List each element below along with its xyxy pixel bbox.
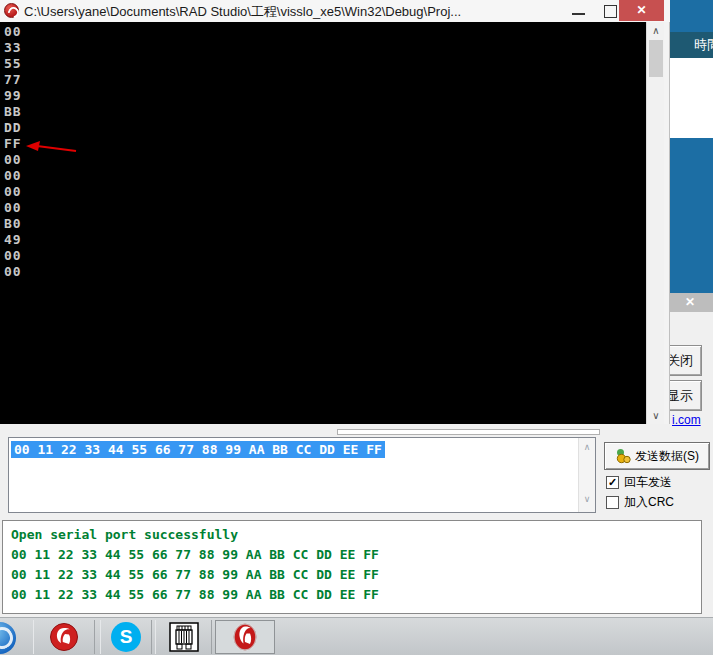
checkbox-checked-icon[interactable]: ✓ [606, 476, 619, 489]
checkbox-label: 回车发送 [624, 474, 672, 491]
taskbar-button-skype[interactable]: S [100, 620, 152, 654]
background-window-blue-top [668, 0, 713, 32]
crc-checkbox[interactable]: 加入CRC [606, 495, 674, 510]
taskbar-button-serial-tool[interactable] [155, 620, 212, 654]
selected-input-text: 00 11 22 33 44 55 66 77 88 99 AA BB CC D… [11, 441, 385, 458]
maximize-button[interactable] [601, 3, 619, 18]
console-line: B0 [4, 216, 64, 232]
console-output-area[interactable]: 00 33 55 77 99 BB DD FF 00 00 00 00 B0 4… [0, 22, 646, 424]
enter-send-checkbox[interactable]: ✓ 回车发送 [606, 475, 672, 490]
taskbar-button-delphi-app[interactable] [215, 620, 275, 654]
send-data-button[interactable]: 发送数据(S) [604, 442, 710, 470]
taskbar-button-delphi[interactable] [33, 620, 95, 654]
hidden-control-peek [337, 429, 600, 435]
scroll-up-icon[interactable]: ∧ [647, 22, 665, 39]
console-window: C:\Users\yane\Documents\RAD Studio\工程\vi… [0, 0, 670, 437]
console-line: 33 [4, 40, 64, 56]
console-line: 00 [4, 248, 64, 264]
ie-orb-icon[interactable] [0, 622, 16, 654]
taskbar: S [0, 617, 713, 655]
send-gear-icon [615, 448, 632, 464]
skype-icon: S [111, 622, 141, 652]
delphi-app-icon [230, 622, 260, 652]
console-line: 00 [4, 184, 64, 200]
console-title: C:\Users\yane\Documents\RAD Studio\工程\vi… [24, 3, 564, 20]
scrollbar-thumb[interactable] [649, 40, 663, 77]
send-button-label: 发送数据(S) [635, 448, 699, 465]
scroll-down-icon[interactable]: ∨ [647, 407, 665, 424]
background-window-body [668, 138, 713, 293]
background-window-list-area [668, 58, 713, 138]
console-titlebar[interactable]: C:\Users\yane\Documents\RAD Studio\工程\vi… [0, 0, 670, 22]
minimize-button[interactable] [568, 4, 590, 19]
close-button[interactable]: ✕ [619, 0, 664, 21]
delphi-icon [49, 622, 79, 652]
checkbox-label: 加入CRC [624, 494, 674, 511]
console-line: BB [4, 104, 64, 120]
receive-log-area[interactable]: Open serial port successfully 00 11 22 3… [2, 520, 702, 614]
scroll-down-icon[interactable]: ∨ [579, 494, 595, 508]
console-line: 77 [4, 72, 64, 88]
checkbox-unchecked-icon[interactable] [606, 496, 619, 509]
console-line: DD [4, 120, 64, 136]
console-line: 55 [4, 56, 64, 72]
send-data-input[interactable]: 00 11 22 33 44 55 66 77 88 99 AA BB CC D… [8, 437, 596, 513]
console-line: 00 [4, 168, 64, 184]
log-line: Open serial port successfully [11, 527, 238, 545]
log-line: 00 11 22 33 44 55 66 77 88 99 AA BB CC D… [11, 587, 379, 605]
website-link[interactable]: i.com [672, 413, 713, 429]
console-line: 99 [4, 88, 64, 104]
console-line: 49 [4, 232, 64, 248]
background-window-column-header: 時間 [668, 32, 713, 58]
serial-port-icon [169, 622, 199, 652]
console-line: 00 [4, 24, 64, 40]
console-line: 00 [4, 264, 64, 280]
red-arrow-annotation [24, 137, 82, 157]
log-line: 00 11 22 33 44 55 66 77 88 99 AA BB CC D… [11, 547, 379, 565]
background-window-close-icon[interactable]: ✕ [680, 294, 700, 311]
console-scrollbar[interactable]: ∧ ∨ [646, 22, 664, 424]
input-scrollbar[interactable]: ∧ ∨ [578, 438, 595, 512]
scroll-up-icon[interactable]: ∧ [579, 442, 595, 456]
log-line: 00 11 22 33 44 55 66 77 88 99 AA BB CC D… [11, 567, 379, 585]
delphi-app-icon [4, 3, 19, 18]
console-line: 00 [4, 200, 64, 216]
